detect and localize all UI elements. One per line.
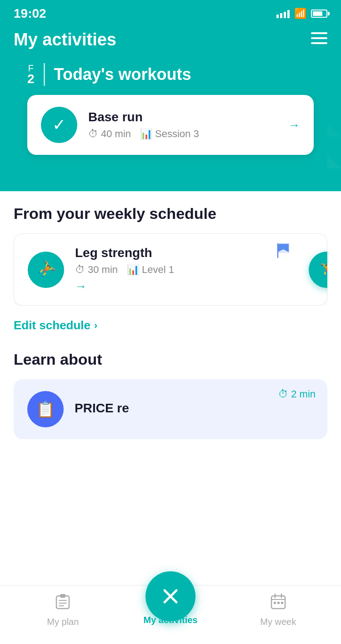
main-content: From your weekly schedule 🏋 Leg strength…	[0, 168, 341, 439]
calendar-icon	[270, 593, 286, 613]
fab-button[interactable]	[145, 571, 196, 621]
learn-card[interactable]: 📋 PRICE re ⏱ 2 min	[14, 379, 327, 439]
battery-icon	[311, 10, 327, 18]
svg-rect-0	[311, 32, 327, 34]
weekly-section-title: From your weekly schedule	[14, 205, 327, 223]
today-section: F 2 Today's workouts ✓ Base run ⏱ 40 min…	[14, 63, 327, 191]
day-badge: F 2	[27, 64, 35, 85]
learn-card-title: PRICE re	[75, 401, 314, 416]
today-workout-duration: ⏱ 40 min	[88, 128, 131, 140]
today-title: Today's workouts	[54, 65, 191, 84]
weekly-workout-icon: 🏋	[28, 252, 64, 288]
svg-rect-9	[60, 594, 65, 598]
fab-close-icon	[159, 585, 182, 608]
day-divider	[44, 63, 45, 86]
workout-arrow-icon[interactable]: →	[288, 118, 300, 132]
chevron-right-icon: ›	[94, 320, 97, 332]
edit-schedule-button[interactable]: Edit schedule ›	[14, 318, 327, 332]
level-icon: 📊	[127, 264, 139, 276]
status-time: 19:02	[14, 6, 46, 21]
svg-rect-19	[281, 602, 283, 604]
signal-icon	[276, 9, 290, 18]
header: My activities F 2 Today's workouts ✓	[0, 25, 341, 191]
weekly-workout-meta: ⏱ 30 min 📊 Level 1	[75, 264, 313, 276]
nav-my-week-label: My week	[260, 617, 296, 627]
weekly-workout-duration: ⏱ 30 min	[75, 264, 118, 276]
weekly-arrow-icon[interactable]: →	[75, 279, 87, 293]
day-letter: F	[28, 64, 34, 73]
edit-schedule-label: Edit schedule	[14, 318, 90, 332]
document-icon: 📋	[36, 400, 55, 418]
schedule-card-wrapper: 🏋 Leg strength ⏱ 30 min 📊 Level 1	[14, 233, 327, 306]
today-workout-meta: ⏱ 40 min 📊 Session 3	[88, 128, 277, 140]
flag-icon[interactable]	[277, 243, 291, 262]
learn-section: Learn about 📋 PRICE re ⏱ 2 min	[14, 351, 327, 439]
dumbbell-icon: 🏋	[35, 258, 57, 280]
weekly-workout-level: 📊 Level 1	[127, 264, 174, 276]
schedule-card[interactable]: 🏋 Leg strength ⏱ 30 min 📊 Level 1	[14, 233, 327, 306]
nav-my-plan[interactable]: My plan	[9, 593, 117, 627]
bar-chart-icon: 📊	[140, 128, 152, 140]
learn-time: ⏱ 2 min	[278, 388, 316, 400]
today-workout-name: Base run	[88, 110, 277, 124]
nav-my-plan-label: My plan	[47, 617, 79, 627]
today-workout-session: 📊 Session 3	[140, 128, 199, 140]
svg-rect-8	[56, 596, 69, 609]
today-workout-card[interactable]: ✓ Base run ⏱ 40 min 📊 Session 3 →	[27, 95, 314, 155]
today-workout-info: Base run ⏱ 40 min 📊 Session 3	[88, 110, 277, 140]
svg-rect-18	[277, 602, 280, 604]
svg-rect-17	[274, 602, 276, 604]
day-number: 2	[27, 73, 35, 85]
clock-icon-3: ⏱	[278, 388, 288, 400]
checkmark-icon: ✓	[52, 115, 66, 134]
learn-icon: 📋	[27, 391, 64, 427]
svg-rect-1	[311, 37, 327, 39]
page-title: My activities	[14, 30, 116, 50]
clipboard-icon	[55, 593, 71, 613]
weekly-section: From your weekly schedule 🏋 Leg strength…	[14, 205, 327, 332]
clock-icon-2: ⏱	[75, 264, 85, 276]
today-label: F 2 Today's workouts	[27, 63, 314, 86]
learn-section-title: Learn about	[14, 351, 327, 368]
svg-rect-2	[311, 42, 327, 44]
status-icons: 📶	[276, 8, 327, 20]
learn-card-info: PRICE re	[75, 401, 314, 417]
nav-my-week[interactable]: My week	[224, 593, 332, 627]
wifi-icon: 📶	[294, 8, 306, 20]
workout-completed-icon: ✓	[41, 107, 77, 143]
menu-icon[interactable]	[311, 32, 327, 47]
status-bar: 19:02 📶	[0, 0, 341, 25]
clock-icon: ⏱	[88, 128, 98, 140]
dumbbell-icon-2: 🏋	[320, 263, 327, 277]
